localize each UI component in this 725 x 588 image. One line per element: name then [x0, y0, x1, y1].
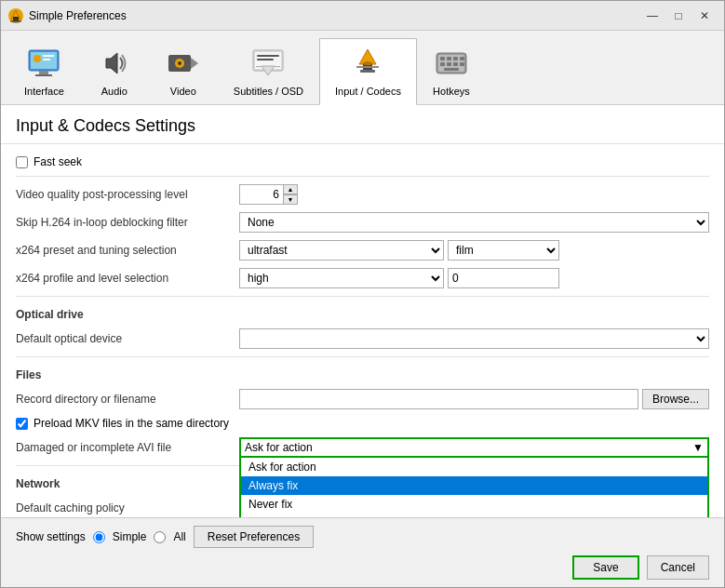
avi-option-fix-when[interactable]: Fix when necessary — [241, 514, 707, 517]
content-area: Input & Codecs Settings Fast seek Video … — [1, 105, 724, 517]
video-quality-label: Video quality post-processing level — [16, 188, 239, 201]
record-dir-label: Record directory or filename — [16, 393, 239, 406]
window-title: Simple Preferences — [29, 9, 640, 22]
x264-profile-row: x264 profile and level selection baselin… — [16, 264, 709, 292]
simple-label: Simple — [113, 530, 147, 543]
svg-rect-30 — [460, 57, 464, 60]
svg-rect-5 — [39, 71, 48, 74]
damaged-avi-row: Damaged or incomplete AVI file Ask for a… — [16, 434, 709, 461]
minimize-button[interactable]: — — [640, 6, 665, 26]
separator-1 — [16, 176, 709, 177]
main-window: Simple Preferences — □ ✕ Interface — [0, 0, 725, 588]
record-dir-row: Record directory or filename Browse... — [16, 385, 709, 413]
video-quality-row: Video quality post-processing level 6 ▲ … — [16, 180, 709, 208]
video-quality-spinbox: 6 ▲ ▼ — [239, 184, 298, 205]
maximize-button[interactable]: □ — [666, 6, 691, 26]
nav-audio[interactable]: Audio — [80, 38, 149, 104]
record-dir-input[interactable] — [239, 389, 638, 409]
footer-top: Show settings Simple All Reset Preferenc… — [16, 526, 709, 548]
optical-drive-section: Optical drive — [16, 301, 709, 325]
x264-preset-label: x264 preset and tuning selection — [16, 244, 239, 257]
dropdown-arrow-icon: ▼ — [692, 441, 704, 454]
svg-rect-8 — [43, 55, 54, 57]
fast-seek-label: Fast seek — [34, 155, 82, 168]
avi-option-ask[interactable]: Ask for action — [241, 458, 707, 476]
svg-rect-31 — [440, 62, 445, 66]
nav-hotkeys-label: Hotkeys — [433, 86, 470, 97]
all-label: All — [173, 530, 185, 543]
caching-label: Default caching policy — [16, 501, 239, 514]
damaged-avi-label: Damaged or incomplete AVI file — [16, 441, 239, 454]
optical-device-control — [239, 328, 709, 349]
show-settings-label: Show settings — [16, 530, 86, 543]
hotkeys-icon — [433, 45, 470, 82]
svg-rect-29 — [453, 57, 458, 60]
x264-profile-label: x264 profile and level selection — [16, 272, 239, 285]
svg-rect-35 — [444, 68, 459, 71]
spin-down-button[interactable]: ▼ — [283, 194, 298, 205]
skip-h264-control: None All Non-ref Bidir — [239, 212, 709, 233]
nav-subtitles-label: Subtitles / OSD — [234, 86, 303, 97]
optical-device-label: Default optical device — [16, 332, 239, 345]
svg-rect-18 — [257, 55, 279, 57]
x264-level-input[interactable]: 0 — [448, 268, 559, 288]
video-quality-input[interactable]: 6 — [239, 184, 284, 205]
svg-point-23 — [363, 61, 372, 65]
x264-tuning-select[interactable]: film animation grain stillimage — [448, 240, 559, 261]
skip-h264-label: Skip H.264 in-loop deblocking filter — [16, 216, 239, 229]
spin-up-button[interactable]: ▲ — [283, 184, 298, 194]
nav-bar: Interface Audio Video — [1, 31, 724, 105]
svg-point-13 — [178, 61, 181, 65]
avi-option-never[interactable]: Never fix — [241, 495, 707, 514]
title-bar: Simple Preferences — □ ✕ — [1, 1, 724, 31]
damaged-avi-dropdown: Ask for action ▼ Ask for action Always f… — [239, 437, 709, 458]
svg-rect-32 — [447, 62, 451, 66]
cancel-button[interactable]: Cancel — [647, 555, 709, 580]
nav-video[interactable]: Video — [149, 38, 218, 104]
nav-interface[interactable]: Interface — [8, 38, 80, 104]
svg-rect-28 — [447, 57, 451, 60]
separator-2 — [16, 296, 709, 297]
x264-preset-control: ultrafast superfast veryfast faster fast… — [239, 240, 709, 261]
x264-preset-row: x264 preset and tuning selection ultrafa… — [16, 236, 709, 264]
svg-rect-33 — [453, 62, 458, 66]
svg-rect-6 — [35, 74, 52, 76]
reset-button[interactable]: Reset Preferences — [194, 526, 314, 548]
files-section: Files — [16, 361, 709, 385]
nav-subtitles[interactable]: Subtitles / OSD — [218, 38, 319, 104]
x264-preset-select[interactable]: ultrafast superfast veryfast faster fast… — [239, 240, 444, 261]
x264-profile-select[interactable]: baseline main high high10 — [239, 268, 444, 288]
browse-button[interactable]: Browse... — [642, 389, 709, 409]
skip-h264-row: Skip H.264 in-loop deblocking filter Non… — [16, 208, 709, 236]
input-icon — [349, 45, 386, 82]
damaged-avi-value: Ask for action — [245, 441, 313, 454]
separator-3 — [16, 356, 709, 357]
footer: Show settings Simple All Reset Preferenc… — [1, 517, 724, 587]
video-icon — [165, 45, 202, 82]
show-all-radio[interactable] — [154, 531, 166, 543]
damaged-avi-trigger[interactable]: Ask for action ▼ — [239, 437, 709, 458]
settings-body: Fast seek Video quality post-processing … — [1, 144, 724, 517]
footer-right: Save Cancel — [572, 555, 709, 580]
nav-interface-label: Interface — [24, 86, 64, 97]
nav-hotkeys[interactable]: Hotkeys — [417, 38, 486, 104]
page-title: Input & Codecs Settings — [1, 105, 724, 144]
avi-option-always[interactable]: Always fix — [241, 476, 707, 495]
nav-input[interactable]: Input / Codecs — [319, 38, 417, 105]
svg-point-7 — [34, 55, 41, 62]
save-button[interactable]: Save — [572, 555, 638, 580]
optical-device-select[interactable] — [239, 328, 709, 349]
app-icon — [8, 8, 23, 23]
svg-rect-34 — [460, 62, 464, 66]
fast-seek-checkbox[interactable] — [16, 156, 28, 168]
svg-rect-22 — [360, 70, 375, 73]
show-simple-radio[interactable] — [93, 531, 105, 543]
preload-mkv-checkbox[interactable] — [16, 418, 28, 430]
damaged-avi-popup: Ask for action Always fix Never fix Fix … — [239, 458, 709, 517]
x264-profile-control: baseline main high high10 0 — [239, 268, 709, 288]
close-button[interactable]: ✕ — [692, 6, 717, 26]
skip-h264-select[interactable]: None All Non-ref Bidir — [239, 212, 709, 233]
preload-mkv-row: Preload MKV files in the same directory — [16, 413, 709, 434]
optical-device-row: Default optical device — [16, 325, 709, 353]
footer-bottom: Save Cancel — [16, 555, 709, 580]
